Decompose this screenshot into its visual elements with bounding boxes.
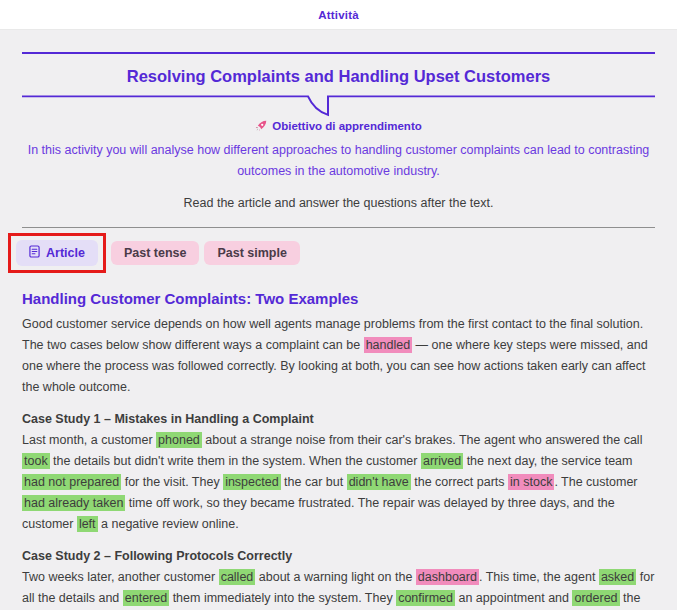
case-study-1-paragraph: Last month, a customer phoned about a st… — [22, 430, 655, 535]
text-segment: the car but — [281, 475, 347, 489]
tab-past-tense-label: Past tense — [124, 246, 187, 260]
objective-label: Obiettivo di apprendimento — [272, 120, 422, 132]
text-segment: about a warning light on the — [255, 570, 416, 584]
article-document-icon — [29, 245, 40, 261]
highlighted-term: confirmed — [396, 590, 455, 606]
text-segment: for the visit. They — [121, 475, 223, 489]
article-body: Handling Customer Complaints: Two Exampl… — [22, 290, 655, 610]
highlighted-term: entered — [123, 590, 169, 606]
rocket-icon — [255, 120, 267, 132]
case-study-2-paragraph: Two weeks later, another customer called… — [22, 567, 655, 610]
tab-past-tense[interactable]: Past tense — [111, 241, 200, 265]
text-segment: the correct parts — [411, 475, 508, 489]
highlighted-term: in stock — [508, 474, 554, 490]
highlighted-term: inspected — [223, 474, 281, 490]
text-segment: about a strange noise from their car's b… — [202, 433, 643, 447]
activity-page: Attività Resolving Complaints and Handli… — [0, 0, 677, 610]
highlighted-term: arrived — [421, 453, 463, 469]
text-segment: the details but didn't write them in the… — [50, 454, 421, 468]
speech-bubble-tail — [22, 95, 655, 119]
text-segment: Two weeks later, another customer — [22, 570, 219, 584]
highlighted-term: took — [22, 453, 50, 469]
selection-annotation-box: Article — [8, 233, 106, 273]
highlighted-term: left — [77, 516, 98, 532]
top-bar: Attività — [0, 0, 677, 30]
tab-bar: Article Past tense Past simple — [22, 233, 655, 273]
case-study-2-heading: Case Study 2 – Following Protocols Corre… — [22, 549, 655, 563]
highlighted-term: dashboard — [416, 569, 479, 585]
title-top-divider — [22, 52, 655, 54]
tab-past-simple[interactable]: Past simple — [204, 241, 299, 265]
text-segment: . The customer — [554, 475, 637, 489]
instruction-text: Read the article and answer the question… — [22, 196, 655, 210]
tab-article-label: Article — [46, 246, 85, 260]
objective-text: In this activity you will analyse how di… — [22, 140, 655, 181]
text-segment: . This time, the agent — [479, 570, 599, 584]
tab-article[interactable]: Article — [16, 240, 98, 266]
article-heading: Handling Customer Complaints: Two Exampl… — [22, 290, 655, 307]
highlighted-term: had not prepared — [22, 474, 121, 490]
highlighted-term: asked — [599, 569, 636, 585]
highlighted-term: had already taken — [22, 495, 125, 511]
highlighted-term: called — [219, 569, 256, 585]
highlighted-term: handled — [364, 337, 413, 353]
page-title: Attività — [318, 9, 359, 21]
content-area: Resolving Complaints and Handling Upset … — [0, 52, 677, 610]
highlighted-term: ordered — [572, 590, 619, 606]
tab-past-simple-label: Past simple — [217, 246, 286, 260]
highlighted-term: phoned — [156, 432, 202, 448]
text-segment: them immediately into the system. They — [169, 591, 396, 605]
text-segment: a negative review online. — [98, 517, 239, 531]
objective-label-row: Obiettivo di apprendimento — [22, 120, 655, 132]
text-segment: the next day, the service team — [463, 454, 632, 468]
text-segment: Last month, a customer — [22, 433, 156, 447]
article-intro-paragraph: Good customer service depends on how wel… — [22, 314, 655, 398]
case-study-1-heading: Case Study 1 – Mistakes in Handling a Co… — [22, 412, 655, 426]
tabs-top-divider — [22, 227, 655, 228]
activity-title: Resolving Complaints and Handling Upset … — [22, 67, 655, 86]
highlighted-term: didn't have — [347, 474, 411, 490]
text-segment: an appointment and — [455, 591, 572, 605]
